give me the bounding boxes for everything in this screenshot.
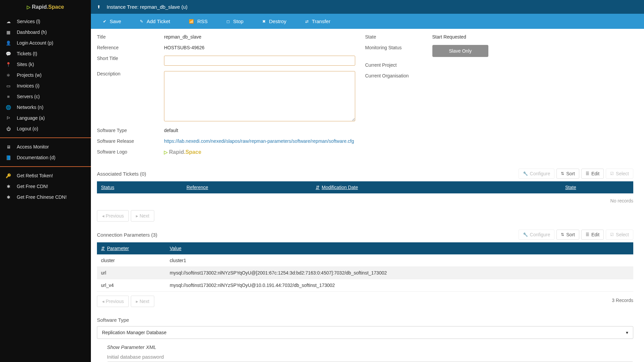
nav-main: ☁Services (l)▦Dashboard (h)👤Login Accoun… xyxy=(0,14,91,136)
action-bar: ✔Save✎Add Ticket📶RSS◻Stop✖Destroy⇄Transf… xyxy=(91,14,644,29)
conn-col-value[interactable]: Value xyxy=(166,242,633,254)
conn-edit-button[interactable]: ☰Edit xyxy=(581,230,604,240)
action-button[interactable]: ⇄Transfer xyxy=(296,18,340,24)
action-label: Save xyxy=(110,18,121,24)
conn-sort-button[interactable]: ⇅Sort xyxy=(556,230,579,240)
form-right: StateStart Requested Monitoring StatusSl… xyxy=(365,33,634,161)
tickets-section-title: Associated Tickets (0) xyxy=(97,171,146,177)
sidebar-item[interactable]: 🖥Access Monitor xyxy=(0,141,91,152)
software-type-selected: Replication Manager Database xyxy=(102,330,166,335)
action-button[interactable]: ✖Destroy xyxy=(253,18,296,24)
nav-icon: ✱ xyxy=(5,195,12,200)
check-icon: ☑ xyxy=(610,171,614,176)
cell-value: cluster1 xyxy=(166,254,633,267)
sidebar-item[interactable]: ≡Servers (c) xyxy=(0,91,91,102)
sidebar-item[interactable]: 🔑Get Re6st Token! xyxy=(0,170,91,181)
nav-icon: 👤 xyxy=(5,41,12,46)
sidebar-item[interactable]: 💬Tickets (t) xyxy=(0,48,91,59)
nav-divider xyxy=(0,166,91,167)
action-button[interactable]: ◻Stop xyxy=(217,18,253,24)
nav-label: Login Account (p) xyxy=(17,40,53,46)
sidebar-item[interactable]: 👤Login Account (p) xyxy=(0,38,91,48)
nav-icon: ▭ xyxy=(5,83,12,88)
logo-icon: ▷ xyxy=(27,4,31,10)
tickets-col-modification[interactable]: ⇵Modification Date xyxy=(312,181,561,193)
tickets-edit-button[interactable]: ☰Edit xyxy=(581,169,604,179)
nav-label: Invoices (i) xyxy=(17,83,40,88)
nav-icon: 📍 xyxy=(5,62,12,67)
monitoring-status-label: Monitoring Status xyxy=(365,44,432,50)
wrench-icon: 🔧 xyxy=(523,232,528,237)
tickets-col-status[interactable]: Status xyxy=(97,181,182,193)
action-icon: ⇄ xyxy=(305,19,309,24)
tickets-select-button[interactable]: ☑Select xyxy=(606,169,633,179)
nav-label: Tickets (t) xyxy=(17,51,37,56)
conn-configure-button[interactable]: 🔧Configure xyxy=(519,230,555,240)
action-label: RSS xyxy=(197,18,208,24)
table-row: urlmysql://softinst173002:nlNYzSPYqOyU@[… xyxy=(97,267,633,279)
nav-icon: 💬 xyxy=(5,51,12,56)
software-type-select[interactable]: Replication Manager Database ▾ xyxy=(97,326,633,339)
current-project-value xyxy=(432,61,624,62)
nav-icon: 📘 xyxy=(5,155,12,160)
conn-next-button[interactable]: ▸ Next xyxy=(131,296,154,307)
conn-col-parameter[interactable]: ⇵Parameter xyxy=(97,242,166,254)
nav-label: Logout (o) xyxy=(17,126,38,131)
list-icon: ☰ xyxy=(586,171,589,176)
current-organisation-label: Current Organisation xyxy=(365,72,432,78)
software-type-value: default xyxy=(164,126,355,133)
description-input[interactable] xyxy=(164,71,355,121)
sidebar-item[interactable]: 🌐Networks (n) xyxy=(0,102,91,113)
tickets-col-reference[interactable]: Reference xyxy=(182,181,312,193)
nav-label: Get Free CDN! xyxy=(17,184,48,189)
sidebar-item[interactable]: ⚛Projects (w) xyxy=(0,70,91,80)
nav-icon: 🏳 xyxy=(5,116,12,121)
sort-icon: ⇅ xyxy=(561,171,564,176)
sort-asc-icon: ⇵ xyxy=(101,246,105,251)
conn-previous-button[interactable]: ◂ Previous xyxy=(97,296,129,307)
action-button[interactable]: ✔Save xyxy=(94,18,130,24)
nav-icon: 🔑 xyxy=(5,173,12,178)
sidebar-item[interactable]: 📍Sites (k) xyxy=(0,59,91,70)
tickets-no-records: No records xyxy=(97,193,633,208)
tickets-sort-button[interactable]: ⇅Sort xyxy=(556,169,579,179)
conn-select-button[interactable]: ☑Select xyxy=(606,230,633,240)
short-title-input[interactable] xyxy=(164,56,355,66)
show-parameter-xml-link[interactable]: Show Parameter XML xyxy=(107,344,633,350)
tickets-next-button[interactable]: ▸ Next xyxy=(131,210,154,222)
breadcrumb-up-icon[interactable]: ⬆ xyxy=(97,4,101,9)
chevron-right-icon: ▸ xyxy=(136,299,140,304)
chevron-left-icon: ◂ xyxy=(102,213,106,219)
sidebar-item[interactable]: ✱Get Free CDN! xyxy=(0,181,91,192)
logo-text-1: Rapid xyxy=(32,4,47,10)
nav-label: Dashboard (h) xyxy=(17,29,47,35)
nav-icon: ☁ xyxy=(5,19,12,24)
sidebar-item[interactable]: ⏻Logout (o) xyxy=(0,123,91,134)
monitoring-status-badge[interactable]: Slave Only xyxy=(432,45,489,57)
software-release-link[interactable]: https://lab.nexedi.com/nexedi/slapos/raw… xyxy=(164,138,354,144)
sidebar-item[interactable]: ✱Get Free Chinese CDN! xyxy=(0,192,91,202)
sidebar-item[interactable]: 🏳Language (a) xyxy=(0,113,91,123)
nav-label: Services (l) xyxy=(17,19,40,24)
sidebar-item[interactable]: ☁Services (l) xyxy=(0,16,91,27)
action-button[interactable]: ✎Add Ticket xyxy=(130,18,179,24)
tickets-previous-button[interactable]: ◂ Previous xyxy=(97,210,129,222)
software-type-label: Software Type xyxy=(97,126,164,133)
nav-label: Servers (c) xyxy=(17,94,40,99)
logo[interactable]: ▷Rapid.Space xyxy=(0,0,91,14)
tickets-col-state[interactable]: State xyxy=(561,181,633,193)
current-project-label: Current Project xyxy=(365,61,432,68)
form-left: Titlerepman_db_slave ReferenceHOSTSUBS-4… xyxy=(97,33,365,161)
action-icon: ✔ xyxy=(103,19,106,24)
software-logo-label: Software Logo xyxy=(97,148,164,155)
cell-param: url xyxy=(97,267,166,279)
conn-section-title: Connection Parameters (3) xyxy=(97,232,157,238)
sidebar-item[interactable]: 📘Documentation (d) xyxy=(0,152,91,163)
state-label: State xyxy=(365,33,432,40)
action-button[interactable]: 📶RSS xyxy=(179,18,217,24)
tickets-configure-button[interactable]: 🔧Configure xyxy=(519,169,555,179)
title-value: repman_db_slave xyxy=(164,33,355,40)
nav-label: Get Re6st Token! xyxy=(17,173,53,178)
sidebar-item[interactable]: ▭Invoices (i) xyxy=(0,80,91,91)
sidebar-item[interactable]: ▦Dashboard (h) xyxy=(0,27,91,38)
